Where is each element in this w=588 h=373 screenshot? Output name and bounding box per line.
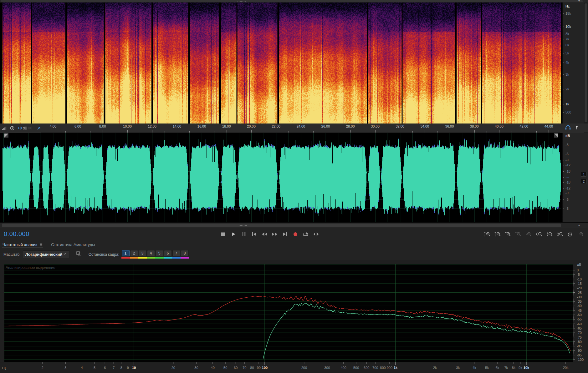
selection-corner-handle[interactable]	[4, 134, 8, 138]
scroll-up-arrow-icon[interactable]: ▲	[578, 224, 580, 227]
frame-hold-button-6[interactable]: 6	[164, 250, 171, 259]
tab-menu-icon[interactable]: ≡	[40, 242, 42, 247]
frequency-analysis-plot[interactable]: 0-5-10-15-20-25-30-35-40-45-50-55-60-65-…	[0, 260, 588, 373]
ruler-tick	[127, 130, 128, 133]
zoom-to-out-point-button[interactable]	[546, 230, 553, 238]
skip-selection-button[interactable]	[312, 230, 320, 238]
spectrogram-frequency-scale[interactable]: Hz 15k10k8k7k6k5k4k3k2k1k500	[562, 3, 584, 123]
loop-playback-button[interactable]	[302, 230, 310, 238]
tab-frequency-analysis[interactable]: Частотный анализ ≡	[0, 240, 45, 249]
db-unit-label: dB	[565, 134, 570, 138]
waveform-display[interactable]	[0, 133, 562, 222]
frequency-tick-label: 8k	[565, 32, 569, 36]
spectrogram-display[interactable]	[0, 3, 562, 123]
db-axis-label: 0	[577, 268, 579, 272]
gain-value[interactable]: +0	[18, 126, 22, 130]
headphones-icon	[565, 125, 571, 130]
frame-hold-buttons: 12345678	[122, 250, 188, 259]
stop-button[interactable]	[219, 230, 227, 238]
frame-hold-button-3[interactable]: 3	[139, 250, 146, 259]
frequency-tick	[563, 13, 564, 14]
skip-end-button[interactable]	[281, 230, 289, 238]
frame-hold-number: 5	[156, 250, 163, 256]
db-tick-label: -∞	[565, 175, 569, 179]
db-tick-label: -12	[565, 163, 570, 167]
zoom-to-in-point-button[interactable]	[535, 230, 543, 238]
horizontal-scrollbar[interactable]: ▲	[0, 222, 588, 228]
freq-axis-label: 7k	[504, 366, 508, 370]
frame-hold-button-1[interactable]: 1	[122, 250, 129, 259]
fast-forward-button[interactable]	[271, 230, 279, 238]
pause-button[interactable]	[240, 230, 248, 238]
pin-icon[interactable]	[574, 125, 580, 131]
freq-axis-label: 6k	[495, 366, 499, 370]
frame-hold-button-2[interactable]: 2	[130, 250, 138, 259]
frequency-tick	[563, 74, 564, 75]
record-button[interactable]	[291, 230, 299, 238]
freq-axis-label: 1k	[394, 366, 398, 370]
scrollbar-handle[interactable]	[2, 224, 561, 227]
frequency-tick-label: 6k	[565, 43, 569, 47]
ruler-time-label: 36:00	[445, 124, 454, 128]
panel-menu-chevron-down-icon[interactable]: ▾	[578, 0, 580, 3]
selection-corner-handle[interactable]	[554, 134, 558, 138]
skip-start-button[interactable]	[250, 230, 258, 238]
freq-axis-label: 4	[81, 366, 83, 370]
time-display[interactable]: 0:00.000	[4, 230, 29, 238]
pin-arrow-button[interactable]	[36, 125, 42, 131]
timeline-ruler[interactable]: 4:006:008:0010:0012:0014:0016:0018:0020:…	[0, 123, 588, 133]
db-axis-label: -45	[577, 309, 582, 312]
ruler-time-label: 34:00	[421, 124, 429, 128]
db-tick	[563, 160, 564, 160]
play-button[interactable]	[229, 230, 238, 238]
headphones-icon[interactable]	[565, 125, 571, 131]
frame-hold-button-8[interactable]: 8	[181, 250, 188, 259]
freq-axis-label: 3k	[456, 366, 460, 370]
zoom-to-selection-button[interactable]	[556, 230, 564, 238]
frequency-tick	[563, 27, 564, 27]
ruler-tick	[140, 131, 140, 133]
tab-amplitude-statistics[interactable]: Статистика Амплитуды	[49, 240, 97, 249]
levels-icon[interactable]	[2, 126, 8, 131]
clock-icon[interactable]	[9, 126, 16, 131]
db-tick	[563, 182, 564, 183]
db-axis-label: -30	[577, 295, 582, 299]
ruler-time-label: 8:00	[99, 124, 106, 128]
reset-zoom-time-button[interactable]	[566, 230, 574, 238]
zoom-full-button[interactable]	[577, 230, 584, 238]
zoom-out-full-button[interactable]	[525, 230, 533, 238]
rewind-button[interactable]	[260, 230, 268, 238]
horizontal-zoom-scrollbar-top[interactable]	[0, 0, 588, 3]
zoom-to-out-point-icon	[546, 232, 553, 237]
ruler-right-controls	[560, 123, 584, 133]
zoom-out-amplitude-button[interactable]	[494, 230, 502, 238]
ruler-tick	[103, 130, 103, 133]
channel-2-badge[interactable]: 2	[581, 179, 587, 184]
frequency-tick-label: 7k	[565, 37, 569, 41]
freq-axis-label: 80	[250, 366, 254, 370]
frame-hold-button-7[interactable]: 7	[172, 250, 180, 259]
scrollbar-handle[interactable]	[1, 0, 583, 2]
db-minor-tick	[563, 156, 563, 157]
frequency-tick	[563, 53, 564, 53]
db-axis-label: -55	[577, 317, 582, 321]
zoom-in-time-button[interactable]	[504, 230, 512, 238]
fast-forward-icon	[271, 232, 278, 237]
scale-dropdown[interactable]: Логарифмический	[23, 250, 70, 258]
frame-hold-button-4[interactable]: 4	[147, 250, 155, 259]
loop-playback-icon	[302, 232, 309, 237]
vertical-scrollbar[interactable]	[584, 3, 588, 123]
db-minor-tick	[563, 184, 563, 185]
channel-1-badge[interactable]: 1	[581, 172, 587, 177]
zoom-to-selection-icon	[556, 232, 563, 237]
db-minor-tick	[563, 210, 563, 210]
scrollbar-handle[interactable]	[585, 3, 587, 122]
zoom-in-amplitude-button[interactable]	[484, 230, 491, 238]
db-tick	[563, 165, 564, 165]
waveform-db-scale[interactable]: dB -3-6-9-12-18-∞-18-12-9-6-312	[562, 133, 588, 222]
zoom-full-icon	[577, 232, 584, 237]
freq-axis-label: 10k	[524, 366, 529, 370]
copy-graph-icon[interactable]	[75, 251, 82, 258]
zoom-out-time-button[interactable]	[515, 230, 522, 238]
frame-hold-button-5[interactable]: 5	[156, 250, 163, 259]
